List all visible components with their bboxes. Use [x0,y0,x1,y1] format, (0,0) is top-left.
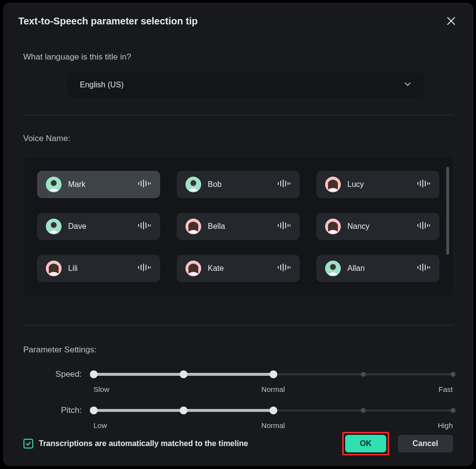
play-voice-button[interactable] [277,222,291,231]
voice-card[interactable]: Dave [37,213,160,240]
play-voice-button[interactable] [417,264,431,273]
voice-container: Mark Bob Lucy [23,157,453,296]
play-voice-button[interactable] [417,180,431,189]
voice-name: Dave [68,222,86,231]
language-value: English (US) [80,81,124,89]
language-dropdown[interactable]: English (US) [67,73,424,97]
play-voice-button[interactable] [417,222,431,231]
voice-name: Allan [348,264,365,273]
divider [23,325,453,326]
avatar-icon [46,177,62,192]
pitch-row: Pitch: [23,405,453,416]
footer: Transcriptions are automatically matched… [4,432,473,455]
voice-label: Voice Name: [23,134,453,143]
waveform-icon [417,222,431,229]
voice-scrollbar[interactable] [446,167,449,255]
avatar-icon [186,261,201,276]
voice-card[interactable]: Nancy [316,213,439,240]
svg-point-25 [51,222,57,228]
play-voice-button[interactable] [138,264,151,273]
waveform-icon [138,180,151,187]
waveform-icon [277,222,291,229]
svg-point-49 [51,264,57,270]
cancel-button[interactable]: Cancel [398,435,453,452]
svg-point-33 [190,222,196,228]
voice-card[interactable]: Lucy [316,171,439,198]
avatar-icon [325,219,341,234]
speed-tick-fast: Fast [438,385,453,393]
voice-name: Mark [68,180,86,189]
svg-point-57 [190,264,196,270]
speed-row: Speed: [23,368,453,380]
voice-card[interactable]: Bella [177,213,300,240]
avatar-icon [46,219,62,234]
voice-card[interactable]: Lili [37,255,160,282]
play-voice-button[interactable] [277,264,291,273]
voice-card[interactable]: Allan [316,255,439,282]
avatar-icon [325,261,341,276]
avatar-icon [46,261,62,276]
checkbox-icon [23,439,33,449]
voice-name: Nancy [348,222,370,231]
voice-card[interactable]: Bob [177,171,300,198]
waveform-icon [417,180,431,187]
svg-point-65 [330,264,336,270]
play-voice-button[interactable] [138,180,151,189]
speed-ticks: Slow Normal Fast [94,385,453,397]
play-voice-button[interactable] [138,222,151,231]
voice-name: Kate [208,264,224,273]
pitch-tick-low: Low [94,421,107,429]
voice-grid: Mark Bob Lucy [37,171,439,282]
parameters-label: Parameter Settings: [23,345,453,355]
ok-highlight: OK [342,432,389,455]
speed-tick-normal: Normal [261,385,285,393]
language-label: What language is this title in? [23,52,453,62]
svg-point-41 [330,222,336,228]
speed-label: Speed: [23,369,82,379]
avatar-icon [325,177,341,192]
chevron-down-icon [404,81,411,89]
avatar-icon [186,177,201,192]
voice-name: Lucy [348,180,364,189]
voice-card[interactable]: Mark [37,171,160,198]
avatar-icon [186,219,201,234]
waveform-icon [138,222,151,229]
pitch-label: Pitch: [23,406,82,415]
tts-dialog: Text-to-Speech parameter selection tip W… [3,3,473,466]
speed-slider[interactable] [94,368,453,380]
waveform-icon [277,264,291,271]
play-voice-button[interactable] [277,180,291,189]
pitch-ticks: Low Normal High [94,421,453,433]
voice-card[interactable]: Kate [177,255,300,282]
speed-tick-slow: Slow [94,385,110,393]
voice-name: Bella [208,222,226,231]
waveform-icon [417,264,431,271]
pitch-tick-high: High [438,421,453,429]
close-icon [447,17,455,25]
titlebar: Text-to-Speech parameter selection tip [4,3,473,33]
pitch-slider[interactable] [94,405,453,416]
waveform-icon [277,180,291,187]
voice-name: Lili [68,264,78,273]
divider [23,115,453,115]
close-button[interactable] [444,14,458,28]
svg-point-9 [190,180,196,186]
ok-button[interactable]: OK [345,435,386,452]
transcription-checkbox[interactable]: Transcriptions are automatically matched… [23,439,248,449]
svg-point-17 [330,180,336,186]
svg-point-1 [51,180,57,186]
dialog-title: Text-to-Speech parameter selection tip [19,16,198,27]
waveform-icon [138,264,151,271]
pitch-tick-normal: Normal [261,421,285,429]
voice-name: Bob [208,180,222,189]
transcription-label: Transcriptions are automatically matched… [39,439,248,448]
